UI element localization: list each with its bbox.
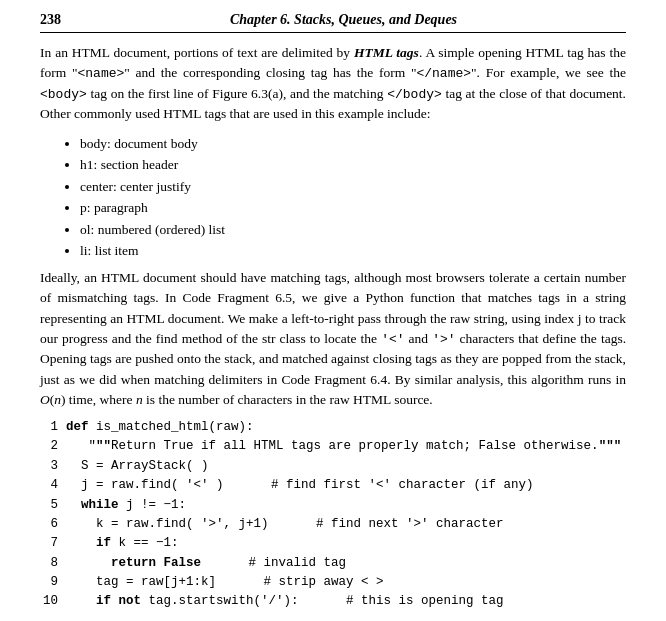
- code-text-8: return False # invalid tag: [66, 554, 626, 573]
- list-item: h1: section header: [80, 154, 626, 176]
- list-item: p: paragraph: [80, 197, 626, 219]
- line-num-7: 7: [40, 534, 58, 553]
- comment-9: # strip away < >: [264, 575, 384, 589]
- list-item: ol: numbered (ordered) list: [80, 219, 626, 241]
- line-num-4: 4: [40, 476, 58, 495]
- code-text-9: tag = raw[j+1:k] # strip away < >: [66, 573, 626, 592]
- code-line-1: 1 def is_matched_html(raw):: [40, 418, 626, 437]
- comment-10: # this is opening tag: [346, 594, 504, 608]
- list-item: center: center justify: [80, 176, 626, 198]
- paragraph-2: Ideally, an HTML document should have ma…: [40, 268, 626, 410]
- page: 238 Chapter 6. Stacks, Queues, and Deque…: [0, 0, 666, 621]
- comment-6: # find next '>' character: [316, 517, 504, 531]
- code-text-4: j = raw.find( '<' ) # find first '<' cha…: [66, 476, 626, 495]
- line-num-2: 2: [40, 437, 58, 456]
- code-line-6: 6 k = raw.find( '>', j+1) # find next '>…: [40, 515, 626, 534]
- line-num-8: 8: [40, 554, 58, 573]
- code-text-6: k = raw.find( '>', j+1) # find next '>' …: [66, 515, 626, 534]
- line-num-1: 1: [40, 418, 58, 437]
- code-text-5: while j != −1:: [66, 496, 626, 515]
- code-line-7: 7 if k == −1:: [40, 534, 626, 553]
- line-num-3: 3: [40, 457, 58, 476]
- name-tag-close: </name>: [416, 66, 471, 81]
- name-tag-open: <name>: [78, 66, 125, 81]
- code-line-5: 5 while j != −1:: [40, 496, 626, 515]
- code-text-1: def is_matched_html(raw):: [66, 418, 626, 437]
- comment-4: # find first '<' character (if any): [271, 478, 534, 492]
- line-num-10: 10: [40, 592, 58, 611]
- list-item: li: list item: [80, 240, 626, 262]
- n-ref: n: [136, 392, 143, 407]
- page-number: 238: [40, 12, 61, 28]
- code-block: 1 def is_matched_html(raw): 2 """Return …: [40, 418, 626, 612]
- code-text-10: if not tag.startswith('/'): # this is op…: [66, 592, 626, 611]
- html-tags-term: HTML tags: [354, 45, 419, 60]
- code-line-4: 4 j = raw.find( '<' ) # find first '<' c…: [40, 476, 626, 495]
- code-text-2: """Return True if all HTML tags are prop…: [66, 437, 626, 456]
- body-close-tag: </body>: [387, 87, 442, 102]
- code-line-10: 10 if not tag.startswith('/'): # this is…: [40, 592, 626, 611]
- html-tags-list: body: document body h1: section header c…: [80, 133, 626, 263]
- comment-8: # invalid tag: [249, 556, 347, 570]
- code-line-8: 8 return False # invalid tag: [40, 554, 626, 573]
- page-header: 238 Chapter 6. Stacks, Queues, and Deque…: [40, 12, 626, 33]
- line-num-9: 9: [40, 573, 58, 592]
- code-text-7: if k == −1:: [66, 534, 626, 553]
- body-tag: <body>: [40, 87, 87, 102]
- code-line-3: 3 S = ArrayStack( ): [40, 457, 626, 476]
- paragraph-1: In an HTML document, portions of text ar…: [40, 43, 626, 125]
- n-var: n: [54, 392, 61, 407]
- chapter-title: Chapter 6. Stacks, Queues, and Deques: [61, 12, 626, 28]
- lt-char: '<': [381, 332, 404, 347]
- on-time: O: [40, 392, 50, 407]
- line-num-6: 6: [40, 515, 58, 534]
- list-item: body: document body: [80, 133, 626, 155]
- code-text-3: S = ArrayStack( ): [66, 457, 626, 476]
- code-line-9: 9 tag = raw[j+1:k] # strip away < >: [40, 573, 626, 592]
- code-line-2: 2 """Return True if all HTML tags are pr…: [40, 437, 626, 456]
- line-num-5: 5: [40, 496, 58, 515]
- gt-char: '>': [432, 332, 455, 347]
